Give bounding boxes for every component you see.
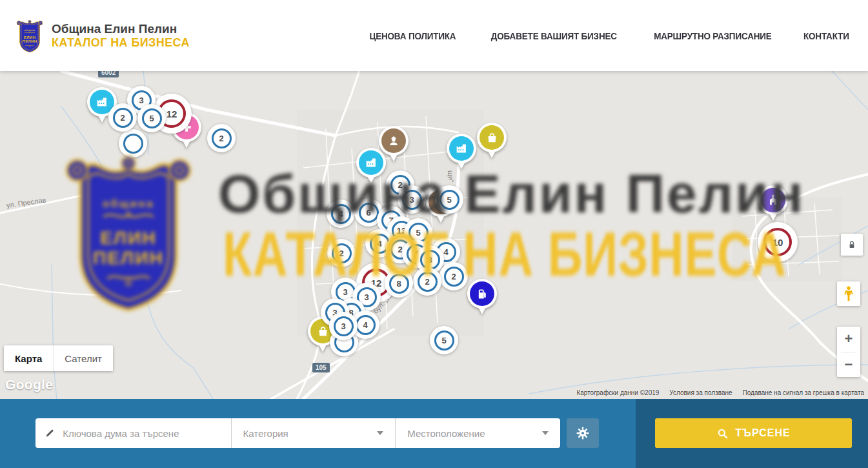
cluster-count: 5 [142, 108, 162, 128]
pin-circle [467, 279, 497, 309]
category-select-value: Категория [243, 428, 288, 439]
attribution-link-2[interactable]: Подаване на сигнал за грешка в картата [743, 389, 864, 396]
business-category-pin-factory[interactable] [356, 148, 386, 188]
pin-glyph-bg [449, 136, 474, 161]
search-submit-button[interactable]: ТЪРСЕНЕ [655, 418, 852, 448]
marker-cluster[interactable]: 8 [385, 269, 413, 298]
marker-cluster[interactable]: 2 [108, 103, 137, 132]
shopping-bag-icon [485, 131, 499, 145]
marker-cluster[interactable]: 3 [398, 185, 426, 214]
cluster-count: 3 [334, 316, 354, 336]
cluster-count: 2 [444, 267, 464, 287]
site-subtitle: КАТАЛОГ НА БИЗНЕСА [52, 36, 190, 50]
pin-glyph-bg [359, 150, 383, 175]
cluster-count: 10 [763, 228, 792, 256]
cluster-count: 2 [332, 243, 352, 263]
nav-item-0[interactable]: ЦЕНОВА ПОЛИТИКА [370, 30, 456, 41]
factory-icon [454, 141, 469, 156]
pegman-icon [842, 285, 856, 303]
header: Община Елин Пелин КАТАЛОГ НА БИЗНЕСА ЦЕН… [0, 0, 868, 71]
pin-circle [477, 123, 507, 152]
pegman-control[interactable] [837, 281, 860, 306]
pencil-icon [45, 427, 55, 439]
marker-cluster[interactable]: 2 [439, 262, 468, 290]
pin-glyph-bg [479, 125, 504, 150]
cluster-count: 2 [212, 128, 232, 148]
search-button-label: ТЪРСЕНЕ [735, 427, 790, 439]
gear-icon [575, 425, 590, 441]
attribution-link-1[interactable]: Условия за ползване [669, 389, 732, 396]
nav-item-3[interactable]: КОНТАКТИ [803, 30, 849, 41]
site-title-block: Община Елин Пелин КАТАЛОГ НА БИЗНЕСА [52, 22, 190, 50]
shopping-bag-icon [316, 325, 330, 338]
pin-circle [447, 134, 476, 163]
zoom-in-button[interactable]: + [837, 327, 860, 352]
cluster-count: 5 [434, 331, 454, 351]
road-number-label: 6002 [98, 71, 119, 77]
search-box: Категория Местоположение [35, 418, 560, 448]
fuel-pump-icon [476, 287, 489, 301]
cluster-count: 3 [402, 190, 422, 210]
location-select-value: Местоположение [407, 428, 485, 439]
marker-cluster[interactable] [119, 129, 147, 158]
map-type-control: Карта Сателит [4, 345, 113, 371]
search-bar: Категория Местоположение [0, 399, 868, 468]
advanced-search-button[interactable] [567, 418, 599, 448]
lock-icon [846, 239, 858, 250]
factory-icon [95, 95, 109, 109]
page: 6002105ул. Преславбул. „Новоселщи“ 12325… [0, 0, 868, 468]
site-logo[interactable]: Община Елин Пелин КАТАЛОГ НА БИЗНЕСА [14, 17, 190, 54]
attribution-copyright: Картографски данни ©2019 [576, 389, 659, 396]
worker-icon [387, 134, 401, 148]
factory-icon [364, 156, 378, 170]
municipality-shield-icon [14, 17, 45, 54]
marker-cluster[interactable]: 3 [329, 312, 358, 340]
zoom-out-button[interactable]: − [837, 352, 860, 378]
cluster-count: 4 [331, 204, 351, 224]
pin-circle [758, 185, 788, 215]
business-category-pin-bag[interactable] [477, 123, 507, 163]
marker-cluster[interactable]: 2 [327, 239, 356, 267]
church-icon [766, 193, 780, 207]
cluster-count [123, 134, 143, 154]
marker-cluster[interactable]: 2 [207, 124, 236, 152]
marker-cluster[interactable]: 5 [137, 104, 166, 132]
marker-cluster[interactable]: 2 [413, 267, 441, 296]
cluster-count: 6 [359, 203, 379, 223]
nav-item-1[interactable]: ДОБАВЕТЕ ВАШИЯТ БИЗНЕС [491, 30, 617, 41]
cluster-count: 8 [420, 250, 440, 270]
keyword-section [35, 418, 231, 448]
location-select[interactable]: Местоположение [396, 418, 560, 448]
pin-circle [356, 148, 386, 178]
map-type-satellite-button[interactable]: Сателит [53, 345, 113, 371]
category-select[interactable]: Категория [232, 418, 396, 448]
map-canvas[interactable]: 6002105ул. Преславбул. „Новоселщи“ 12325… [0, 71, 868, 399]
business-category-pin-church[interactable] [758, 185, 788, 225]
lock-button[interactable] [841, 234, 863, 256]
marker-cluster[interactable]: 10 [758, 222, 798, 262]
marker-cluster[interactable]: 4 [327, 199, 355, 228]
search-icon [716, 427, 729, 440]
zoom-control: + − [837, 327, 860, 377]
chevron-down-icon [542, 431, 549, 435]
cluster-count: 5 [439, 190, 459, 210]
cluster-count: 2 [418, 272, 438, 292]
main-nav: ЦЕНОВА ПОЛИТИКАДОБАВЕТЕ ВАШИЯТ БИЗНЕСМАР… [365, 0, 852, 71]
google-logo[interactable]: Google [5, 377, 53, 392]
nav-item-2[interactable]: МАРШРУТНО РАЗПИСАНИЕ [654, 30, 771, 41]
map-attribution: Картографски данни ©2019Условия за ползв… [576, 389, 864, 396]
keyword-search-input[interactable] [61, 427, 223, 440]
marker-cluster[interactable]: 5 [430, 326, 458, 354]
business-category-pin-fuel[interactable] [467, 279, 497, 319]
chevron-down-icon [377, 431, 383, 435]
map-type-map-button[interactable]: Карта [4, 345, 53, 371]
marker-cluster[interactable]: 5 [435, 185, 463, 214]
business-category-pin-factory[interactable] [447, 134, 476, 174]
cluster-count: 8 [389, 274, 409, 294]
cluster-count: 2 [113, 108, 133, 128]
pin-glyph-bg [761, 188, 785, 212]
cluster-count: 4 [356, 315, 376, 335]
site-title: Община Елин Пелин [52, 22, 190, 36]
pin-glyph-bg [470, 281, 494, 306]
road-number-label: 105 [312, 363, 330, 372]
